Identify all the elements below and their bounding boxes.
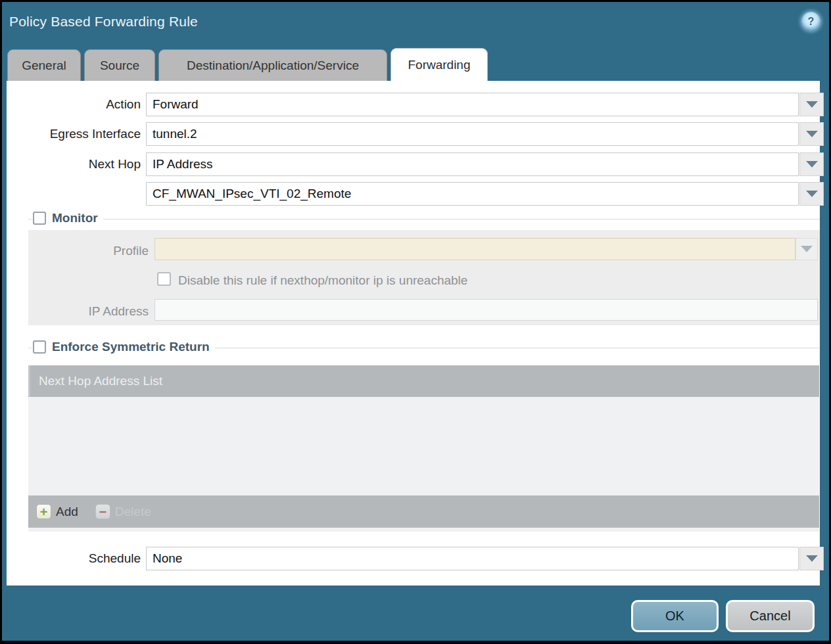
egress-interface-dropdown-button[interactable] [799,122,824,146]
monitor-checkbox[interactable] [33,212,46,225]
monitor-legend-label: Monitor [52,211,98,225]
enforce-symmetric-return-checkbox[interactable] [33,340,46,354]
egress-interface-label: Egress Interface [11,127,141,141]
table-header-label: Next Hop Address List [39,374,162,388]
ok-button[interactable]: OK [631,600,719,632]
table-bottom-strip [28,528,819,532]
schedule-label: Schedule [11,551,141,566]
delete-button: − Delete [95,504,151,519]
plus-icon: + [36,504,51,519]
chevron-down-icon [806,161,818,168]
tab-destination-application-service[interactable]: Destination/Application/Service [158,49,387,81]
next-hop-address-select[interactable]: CF_MWAN_IPsec_VTI_02_Remote [146,182,799,206]
cancel-button[interactable]: Cancel [726,600,815,632]
chevron-down-icon [806,191,818,197]
table-header: Next Hop Address List [28,365,819,397]
question-mark-icon: ? [808,16,815,27]
action-dropdown-button[interactable] [799,93,824,116]
monitor-legend: Monitor [32,211,103,225]
symmetric-legend: Enforce Symmetric Return [32,340,215,354]
table-body[interactable] [28,397,819,495]
monitor-ip-address-input [154,299,818,321]
policy-based-forwarding-dialog: Policy Based Forwarding Rule ? General S… [2,2,829,641]
add-button[interactable]: + Add [36,504,78,519]
monitor-ip-address-label: IP Address [18,304,149,319]
profile-label: Profile [18,244,149,258]
chevron-down-icon [806,555,818,562]
egress-interface-select[interactable]: tunnel.2 [146,122,799,146]
next-hop-type-select[interactable]: IP Address [146,152,799,176]
next-hop-address-table: Next Hop Address List + Add − Delete [28,365,819,532]
disable-rule-checkbox [157,272,171,286]
chevron-down-icon [801,246,813,252]
schedule-dropdown-button[interactable] [799,547,824,570]
tab-forwarding[interactable]: Forwarding [391,48,488,81]
next-hop-type-dropdown-button[interactable] [799,152,824,176]
tab-general[interactable]: General [7,49,81,81]
action-label: Action [11,97,141,112]
disable-rule-checkbox-label: Disable this rule if nexthop/monitor ip … [178,273,467,288]
add-button-label: Add [56,505,78,519]
help-button[interactable]: ? [801,12,820,31]
chevron-down-icon [806,101,818,108]
symmetric-legend-label: Enforce Symmetric Return [52,340,210,354]
chevron-down-icon [806,131,818,137]
tab-bar: General Source Destination/Application/S… [7,48,491,81]
delete-button-label: Delete [115,505,151,519]
next-hop-label: Next Hop [11,157,141,172]
profile-dropdown-button [795,238,818,260]
forwarding-tab-panel: Action Forward Egress Interface tunnel.2… [7,81,820,586]
dialog-title: Policy Based Forwarding Rule [9,14,198,30]
minus-icon: − [95,504,110,519]
schedule-select[interactable]: None [146,547,799,570]
table-toolbar: + Add − Delete [28,495,819,528]
action-select[interactable]: Forward [146,93,799,116]
next-hop-address-dropdown-button[interactable] [799,182,824,206]
profile-select [154,238,795,260]
dialog-frame: Policy Based Forwarding Rule ? General S… [0,0,831,644]
tab-source[interactable]: Source [84,49,155,81]
monitor-fieldset-border [28,219,820,219]
